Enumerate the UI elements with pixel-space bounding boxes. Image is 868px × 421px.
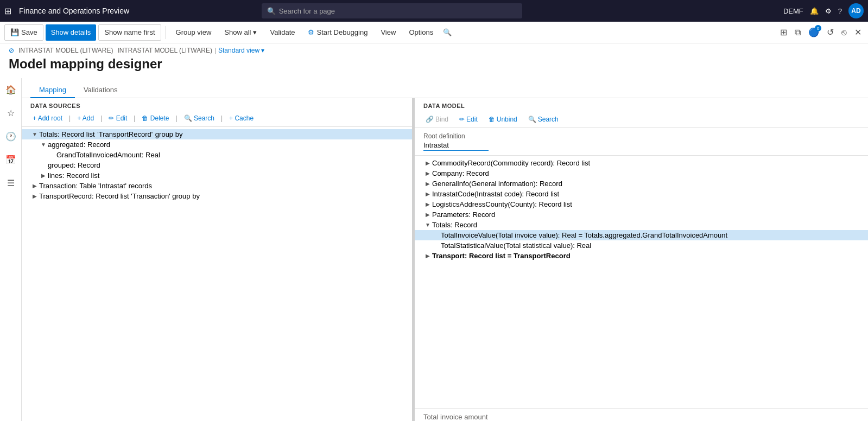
root-def-label: Root definition	[423, 132, 859, 140]
home-icon[interactable]: 🏠	[3, 82, 18, 97]
global-search-bar[interactable]: 🔍 Search for a page	[262, 3, 522, 18]
toggle-commodity[interactable]: ▶	[423, 160, 432, 166]
page-title: Model mapping designer	[9, 56, 859, 72]
tree-node-grand-total[interactable]: GrandTotalInvoicedAmount: Real	[22, 150, 412, 160]
tree-node-totals[interactable]: ▼ Totals: Record list 'TransportRecord' …	[22, 129, 412, 139]
filter-icon[interactable]: ⊘	[9, 47, 14, 54]
options-button[interactable]: Options	[403, 24, 439, 41]
tab-mapping[interactable]: Mapping	[30, 82, 75, 98]
add-root-button[interactable]: + Add root	[30, 113, 65, 123]
tree-node-transaction[interactable]: ▶ Transaction: Table 'Intrastat' records	[22, 181, 412, 191]
tree-node-transport-record[interactable]: ▶ TransportRecord: Record list 'Transact…	[22, 191, 412, 201]
unbind-button[interactable]: 🗑 Unbind	[486, 114, 519, 124]
toggle-lines[interactable]: ▶	[39, 173, 48, 178]
show-all-button[interactable]: Show all ▾	[219, 24, 262, 41]
save-button[interactable]: 💾 Save	[4, 24, 43, 41]
user-label: DEMF	[783, 7, 803, 15]
toggle-company[interactable]: ▶	[423, 170, 432, 176]
toggle-aggregated[interactable]: ▼	[39, 142, 48, 148]
star-icon[interactable]: ☆	[5, 106, 17, 120]
refresh-icon[interactable]: ↺	[825, 25, 836, 40]
top-nav: ⊞ Finance and Operations Preview 🔍 Searc…	[0, 0, 868, 22]
unbind-icon: 🗑	[489, 116, 495, 123]
bind-button[interactable]: 🔗 Bind	[423, 114, 451, 124]
toggle-general-info[interactable]: ▶	[423, 181, 432, 187]
tree-node-grouped[interactable]: grouped: Record	[22, 160, 412, 170]
app-title: Finance and Operations Preview	[19, 7, 129, 15]
breadcrumb: ⊘ INTRASTAT MODEL (LITWARE) INTRASTAT MO…	[0, 43, 868, 54]
external-link-icon[interactable]: ⎋	[839, 25, 849, 40]
tabs-bar: Mapping Validations	[22, 78, 868, 98]
toolbar-divider-1	[166, 26, 166, 39]
dm-edit-button[interactable]: ✏ Edit	[457, 114, 480, 124]
view-selector[interactable]: Standard view ▾	[218, 47, 264, 54]
badge-icon[interactable]: 🔵0	[806, 25, 821, 40]
root-def-value: Intrastat	[423, 141, 489, 151]
tab-validations[interactable]: Validations	[75, 82, 126, 98]
toggle-transport-record[interactable]: ▶	[30, 193, 39, 199]
dm-search-button[interactable]: 🔍 Search	[526, 114, 561, 124]
data-model-toolbar: 🔗 Bind ✏ Edit 🗑 Unbind 🔍 Search	[415, 111, 868, 128]
toggle-intrastat-code[interactable]: ▶	[423, 191, 432, 197]
grid-view-icon[interactable]: ⊞	[778, 25, 789, 40]
tree-node-lines[interactable]: ▶ lines: Record list	[22, 170, 412, 181]
main-toolbar: 💾 Save Show details Show name first Grou…	[0, 22, 868, 43]
cache-button[interactable]: + Cache	[227, 113, 256, 123]
page-title-bar: Model mapping designer	[0, 54, 868, 78]
bottom-info: Total invoice amount	[415, 408, 868, 421]
dm-node-total-statistical[interactable]: TotalStatisticalValue(Total statistical …	[415, 240, 868, 251]
avatar[interactable]: AD	[848, 3, 864, 18]
edit-button[interactable]: ✏ Edit	[106, 113, 129, 123]
toolbar-search-icon[interactable]: 🔍	[443, 28, 452, 36]
dm-node-intrastat-code[interactable]: ▶ IntrastatCode(Intrastat code): Record …	[415, 189, 868, 199]
debug-icon: ⚙	[308, 28, 314, 36]
main-content: 🏠 ☆ 🕐 📅 ☰ Mapping Validations DATA SOURC…	[0, 78, 868, 421]
tree-node-aggregated[interactable]: ▼ aggregated: Record	[22, 139, 412, 150]
list-icon[interactable]: ☰	[5, 176, 17, 190]
help-icon[interactable]: ?	[838, 7, 842, 15]
toggle-totals[interactable]: ▼	[30, 131, 39, 137]
dm-node-parameters[interactable]: ▶ Parameters: Record	[415, 209, 868, 220]
search-button[interactable]: 🔍 Search	[182, 113, 217, 123]
toggle-totals-dm[interactable]: ▼	[423, 222, 432, 228]
split-panes: DATA SOURCES + Add root | + Add | ✏ Edit…	[22, 98, 868, 421]
dm-edit-icon: ✏	[459, 116, 465, 123]
add-button[interactable]: + Add	[75, 113, 96, 123]
search-icon: 🔍	[267, 7, 276, 15]
dm-node-transport[interactable]: ▶ Transport: Record list = TransportReco…	[415, 251, 868, 261]
data-sources-header: DATA SOURCES	[22, 98, 412, 111]
right-pane: DATA MODEL 🔗 Bind ✏ Edit 🗑 Unbind	[415, 98, 868, 421]
dm-node-total-invoice[interactable]: TotalInvoiceValue(Total invoice value): …	[415, 230, 868, 240]
notification-icon[interactable]: 🔔	[810, 7, 819, 15]
data-sources-tree: ▼ Totals: Record list 'TransportRecord' …	[22, 127, 412, 421]
data-model-tree: ▶ CommodityRecord(Commodity record): Rec…	[415, 156, 868, 408]
dm-node-commodity[interactable]: ▶ CommodityRecord(Commodity record): Rec…	[415, 158, 868, 168]
view-chevron: ▾	[261, 47, 264, 54]
top-nav-right: DEMF 🔔 ⚙ ? AD	[783, 3, 864, 18]
split-view-icon[interactable]: ⧉	[793, 25, 803, 40]
delete-button[interactable]: 🗑 Delete	[140, 113, 171, 123]
dm-node-logistics[interactable]: ▶ LogisticsAddressCounty(County): Record…	[415, 199, 868, 209]
grid-icon[interactable]: ⊞	[4, 6, 11, 16]
toggle-parameters[interactable]: ▶	[423, 212, 432, 218]
view-button[interactable]: View	[375, 24, 401, 41]
group-view-button[interactable]: Group view	[170, 24, 217, 41]
dm-node-company[interactable]: ▶ Company: Record	[415, 168, 868, 178]
calendar-icon[interactable]: 📅	[3, 152, 18, 167]
show-name-first-button[interactable]: Show name first	[98, 24, 161, 41]
dm-node-totals[interactable]: ▼ Totals: Record	[415, 220, 868, 230]
toggle-transport-dm[interactable]: ▶	[423, 253, 432, 259]
dm-search-icon: 🔍	[528, 116, 536, 123]
root-definition-section: Root definition Intrastat	[415, 128, 868, 156]
toggle-logistics[interactable]: ▶	[423, 201, 432, 207]
clock-icon[interactable]: 🕐	[3, 129, 18, 144]
close-icon[interactable]: ✕	[852, 25, 864, 40]
show-details-button[interactable]: Show details	[46, 24, 97, 41]
settings-icon[interactable]: ⚙	[825, 7, 832, 15]
dm-node-general-info[interactable]: ▶ GeneralInfo(General information): Reco…	[415, 178, 868, 189]
validate-button[interactable]: Validate	[264, 24, 300, 41]
bind-icon: 🔗	[426, 116, 434, 123]
data-sources-toolbar: + Add root | + Add | ✏ Edit | 🗑 Delete |…	[22, 111, 412, 127]
toggle-transaction[interactable]: ▶	[30, 183, 39, 189]
start-debugging-button[interactable]: ⚙ Start Debugging	[302, 24, 373, 41]
